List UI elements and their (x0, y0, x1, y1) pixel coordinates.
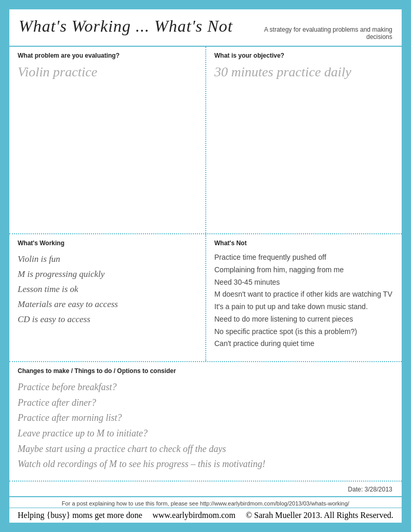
list-item: It's a pain to put up and take down musi… (215, 301, 394, 313)
objective-value: 30 minutes practice daily (215, 64, 394, 80)
list-item: Need 30-45 minutes (215, 277, 394, 288)
problem-objective-section: What problem are you evaluating? Violin … (9, 47, 402, 234)
date-row: Date: 3/28/2013 (9, 482, 402, 497)
footer-left: Helping {busy} moms get more done (18, 511, 142, 520)
working-not-section: What's Working Violin is fun M is progre… (9, 234, 402, 362)
list-item: Complaining from him, nagging from me (215, 264, 394, 276)
working-col: What's Working Violin is fun M is progre… (9, 234, 206, 361)
footer-top: For a post explaining how to use this fo… (9, 497, 402, 508)
header: What's Working ... What's Not A strategy… (9, 9, 402, 47)
working-label: What's Working (18, 240, 197, 247)
page-title: What's Working ... What's Not (19, 17, 233, 36)
problem-col: What problem are you evaluating? Violin … (9, 47, 206, 233)
list-item: Maybe start using a practice chart to ch… (18, 442, 393, 457)
list-item: No specific practice spot (is this a pro… (215, 326, 394, 338)
options-list: Practice before breakfast? Practice afte… (18, 380, 393, 472)
problem-label: What problem are you evaluating? (18, 52, 197, 59)
changes-section: Changes to make / Things to do / Options… (9, 362, 402, 482)
footer-right: © Sarah Mueller 2013. All Rights Reserve… (246, 511, 393, 520)
working-list: Violin is fun M is progressing quickly L… (18, 252, 197, 327)
list-item: Violin is fun (18, 252, 197, 267)
footer-center: www.earlybirdmom.com (152, 511, 235, 520)
objective-label: What is your objective? (215, 52, 394, 59)
list-item: CD is easy to access (18, 312, 197, 327)
objective-col: What is your objective? 30 minutes pract… (206, 47, 402, 233)
not-col: What's Not Practice time frequently push… (206, 234, 402, 361)
list-item: Practice time frequently pushed off (215, 252, 394, 263)
not-label: What's Not (215, 240, 394, 247)
changes-label: Changes to make / Things to do / Options… (18, 367, 393, 375)
list-item: Practice after morning list? (18, 410, 393, 426)
list-item: Watch old recordings of M to see his pro… (18, 457, 393, 472)
list-item: Leave practice up to M to initiate? (18, 426, 393, 442)
list-item: M is progressing quickly (18, 267, 197, 282)
list-item: Materials are easy to access (18, 297, 197, 312)
page: What's Working ... What's Not A strategy… (9, 9, 402, 523)
list-item: Need to do more listening to current pie… (215, 314, 394, 325)
date-value: Date: 3/28/2013 (348, 486, 392, 493)
footer: For a post explaining how to use this fo… (9, 497, 402, 523)
list-item: Can't practice during quiet time (215, 338, 394, 350)
page-subtitle: A strategy for evaluating problems and m… (247, 26, 392, 41)
list-item: Practice after diner? (18, 395, 393, 411)
footer-bottom: Helping {busy} moms get more done www.ea… (9, 508, 402, 523)
list-item: M doesn't want to practice if other kids… (215, 289, 394, 300)
not-list: Practice time frequently pushed off Comp… (215, 252, 394, 350)
list-item: Lesson time is ok (18, 282, 197, 297)
list-item: Practice before breakfast? (18, 380, 393, 395)
problem-value: Violin practice (18, 64, 197, 80)
